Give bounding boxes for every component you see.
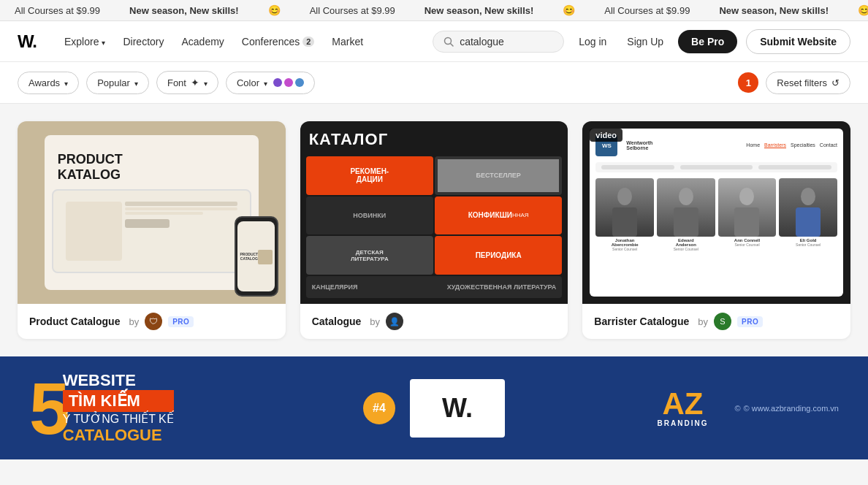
login-link[interactable]: Log in: [573, 31, 612, 52]
svg-line-1: [451, 43, 454, 46]
signup-link[interactable]: Sign Up: [621, 31, 669, 52]
card-title-1: Product Catalogue: [29, 316, 120, 327]
card-image-2: КАТАЛОГ РЕКОМЕН-ДАЦИИ БЕСТСЕЛЛЕР НОВИНКИ…: [300, 121, 568, 304]
active-filter-count: 1: [738, 72, 758, 93]
font-chevron-icon: [204, 77, 208, 88]
person-photo-4: [779, 178, 837, 237]
copyright-circle: ©: [734, 404, 740, 413]
ticker-item: New season, New skills!: [410, 4, 549, 16]
banner-website-label: WEBSITE: [63, 371, 174, 390]
card-by-1: by: [129, 316, 139, 327]
font-filter-button[interactable]: Font ✦: [156, 71, 218, 94]
banner-right: AZ BRANDING © © www.azbranding.com.vn: [569, 389, 839, 427]
font-icon: ✦: [191, 77, 199, 88]
nav-links: Explore Directory Academy Conferences 2 …: [57, 31, 370, 52]
card2-cell-6: ПЕРИОДИКА: [435, 236, 562, 275]
card2-cell-7: КАНЦЕЛЯРИЯ ХУДОЖЕСТВЕННАЯ ЛИТЕРАТУРА: [306, 276, 563, 298]
nav-right: Log in Sign Up Be Pro Submit Website: [433, 29, 850, 54]
ticker-content: All Courses at $9.99 New season, New ski…: [0, 4, 868, 16]
person-photo-3: [718, 178, 777, 237]
ticker-emoji: 😊: [254, 4, 295, 16]
ticker-item: New season, New skills!: [704, 4, 843, 16]
awards-filter-button[interactable]: Awards: [18, 72, 79, 94]
banner-w-logo: W.: [410, 379, 505, 438]
card-avatar-1: 🛡: [145, 313, 162, 330]
card3-background: video WS WentworthSelborne Home Barriste…: [582, 121, 850, 304]
main-content: PRODUCTKATALOG: [0, 104, 868, 356]
person-4: Eli Gold Senior Counsel: [779, 178, 837, 251]
submit-website-button[interactable]: Submit Website: [746, 29, 850, 54]
nav-left: W. Explore Directory Academy Conferences…: [18, 31, 370, 52]
az-text: AZ: [663, 389, 704, 419]
card3-inner: WS WentworthSelborne Home Barristers Spe…: [590, 129, 843, 297]
card3-nav-links: Home Barristers Specialties Contact: [746, 142, 837, 148]
video-badge: video: [590, 129, 623, 142]
ticker-emoji: 😊: [548, 4, 590, 16]
nav-academy[interactable]: Academy: [174, 31, 231, 52]
person-photo-1: [595, 178, 654, 237]
ticker-item: All Courses at $9.99: [590, 4, 704, 16]
card-footer-1: Product Catalogue by 🛡 PRO: [18, 304, 286, 339]
nav-link-specialties: Specialties: [791, 142, 815, 148]
card-product-catalogue: PRODUCTKATALOG: [18, 121, 286, 339]
card-by-2: by: [370, 316, 380, 327]
pro-badge-3: PRO: [737, 316, 763, 327]
nav-conferences[interactable]: Conferences 2: [235, 31, 322, 52]
color-filter-button[interactable]: Color: [226, 72, 315, 94]
card-avatar-2: 👤: [386, 313, 403, 330]
card-title-3: Barrister Catalogue: [594, 316, 689, 327]
popular-filter-button[interactable]: Popular: [86, 72, 149, 94]
ticker-item: All Courses at $9.99: [0, 4, 115, 16]
card-avatar-3: S: [714, 313, 731, 330]
reset-icon: ↺: [831, 77, 840, 88]
svg-point-4: [679, 188, 693, 205]
search-icon: [443, 37, 454, 47]
person-photo-2: [657, 178, 715, 237]
nav-directory[interactable]: Directory: [115, 31, 171, 52]
copyright-text: © © www.azbranding.com.vn: [734, 404, 839, 413]
awards-chevron-icon: [64, 77, 68, 88]
person-3: Ann Connell Senior Counsel: [718, 178, 777, 251]
ticker-item: All Courses at $9.99: [295, 4, 410, 16]
nav-link-contact: Contact: [820, 142, 837, 148]
be-pro-button[interactable]: Be Pro: [678, 30, 737, 53]
svg-rect-5: [674, 207, 698, 237]
nav-explore[interactable]: Explore: [57, 31, 113, 52]
banner-timkiem-label: TÌM KIẾM: [63, 390, 174, 412]
nav-link-barristers: Barristers: [764, 142, 786, 148]
card2-background: КАТАЛОГ РЕКОМЕН-ДАЦИИ БЕСТСЕЛЛЕР НОВИНКИ…: [300, 121, 568, 304]
bottom-banner: 5 WEBSITE TÌM KIẾM Ý TƯỞNG THIẾT KẾ CATA…: [0, 356, 868, 459]
banner-ytung-label: Ý TƯỞNG THIẾT KẾ: [63, 412, 174, 426]
card-barrister: video WS WentworthSelborne Home Barriste…: [582, 121, 850, 339]
card1-background: PRODUCTKATALOG: [18, 121, 286, 304]
gallery-grid: PRODUCTKATALOG: [18, 121, 850, 339]
card2-headline: КАТАЛОГ: [306, 127, 563, 155]
reset-filters-button[interactable]: Reset filters ↺: [766, 72, 850, 94]
color-chevron-icon: [264, 77, 267, 88]
svg-point-2: [617, 188, 632, 205]
color-circle-1: [273, 78, 282, 87]
ticker-emoji: 😊: [843, 4, 868, 16]
card2-cell-4: КОНФИКШИННАЯ: [435, 196, 562, 235]
search-box[interactable]: [433, 31, 564, 53]
card2-cell-3: НОВИНКИ: [306, 196, 433, 235]
explore-chevron-icon: [102, 36, 105, 47]
nav-market[interactable]: Market: [324, 31, 370, 52]
color-circles: [273, 78, 304, 87]
navbar: W. Explore Directory Academy Conferences…: [0, 21, 868, 62]
logo[interactable]: W.: [18, 31, 37, 52]
svg-point-8: [801, 188, 815, 205]
color-circle-2: [284, 78, 293, 87]
card-footer-2: Catalogue by 👤: [300, 304, 568, 339]
search-input[interactable]: [460, 36, 547, 47]
card3-nav: WS WentworthSelborne Home Barristers Spe…: [595, 134, 837, 156]
banner-center: #4 W.: [299, 379, 568, 438]
svg-point-6: [739, 188, 754, 205]
card-footer-3: Barrister Catalogue by S PRO: [582, 304, 850, 339]
filter-bar: Awards Popular Font ✦ Color 1 Reset filt…: [0, 62, 868, 104]
person-2: EdwardAnderson Senior Counsel: [657, 178, 715, 251]
pro-badge-1: PRO: [168, 316, 194, 327]
card2-cell-1: РЕКОМЕН-ДАЦИИ: [306, 156, 433, 195]
popular-chevron-icon: [134, 77, 138, 88]
color-circle-3: [295, 78, 304, 87]
